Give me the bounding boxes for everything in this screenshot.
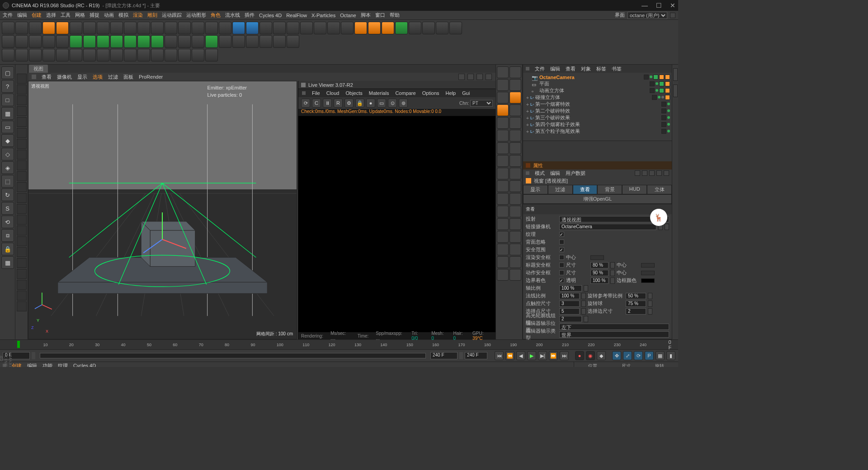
- vp-menu-ProRender[interactable]: ProRender: [139, 74, 163, 80]
- mat-tab-功能[interactable]: 功能: [42, 362, 52, 367]
- dot-icon[interactable]: [667, 130, 670, 132]
- subtool-button[interactable]: [17, 247, 27, 257]
- color-swatch[interactable]: [641, 278, 655, 283]
- vp-nav-icon[interactable]: [476, 74, 483, 80]
- toolbar-button[interactable]: [110, 22, 123, 34]
- grip-icon[interactable]: [673, 85, 678, 97]
- mode-button[interactable]: ↻: [1, 188, 14, 201]
- lv-render-view[interactable]: [298, 116, 495, 332]
- tree-row[interactable]: +L◦第二个破碎特效: [523, 108, 672, 114]
- palette-button[interactable]: [497, 142, 509, 154]
- palette-button[interactable]: [497, 117, 509, 129]
- toolbar-button[interactable]: [137, 49, 150, 61]
- toolbar-button[interactable]: [409, 22, 421, 34]
- tag-icon[interactable]: [665, 75, 670, 80]
- palette-button[interactable]: [497, 92, 509, 103]
- toolbar-button[interactable]: [178, 35, 191, 48]
- toolbar-button[interactable]: [273, 22, 286, 34]
- vis-icon[interactable]: [661, 108, 666, 113]
- vp-nav-icon[interactable]: [486, 74, 492, 80]
- menu-RealFlow[interactable]: RealFlow: [286, 13, 307, 18]
- lv-menu-Compare[interactable]: Compare: [395, 90, 415, 96]
- lv-tool-button[interactable]: ⊚: [399, 99, 408, 108]
- expand-icon[interactable]: +: [525, 115, 530, 121]
- subtool-button[interactable]: [17, 204, 27, 214]
- toolbar-button[interactable]: [395, 22, 408, 34]
- tag-icon[interactable]: [659, 81, 664, 86]
- palette-button[interactable]: [497, 155, 509, 167]
- menu-文件[interactable]: 文件: [3, 12, 13, 19]
- toolbar-button[interactable]: [124, 49, 137, 61]
- toolbar-button[interactable]: [110, 49, 123, 61]
- toolbar-button[interactable]: [15, 22, 28, 34]
- vis-icon[interactable]: [661, 102, 666, 107]
- menu-网格[interactable]: 网格: [75, 12, 85, 19]
- attr-nav-icon[interactable]: [656, 170, 662, 176]
- palette-button[interactable]: [497, 66, 509, 78]
- lv-tool-button[interactable]: R: [334, 99, 343, 108]
- menu-插件[interactable]: 插件: [245, 12, 255, 19]
- palette-button[interactable]: [497, 256, 509, 268]
- subtool-button[interactable]: [17, 139, 27, 149]
- palette-button[interactable]: [497, 218, 509, 230]
- tree-row[interactable]: +L◦第三个破碎效果: [523, 114, 672, 121]
- rot-toggle[interactable]: ⟳: [634, 351, 643, 360]
- obj-tab-查看[interactable]: 查看: [566, 66, 576, 72]
- toolbar-button[interactable]: [97, 49, 109, 61]
- prop-dropdown[interactable]: 左下: [559, 324, 669, 330]
- goto-start-button[interactable]: ⏮: [495, 351, 504, 360]
- toolbar-button[interactable]: [205, 35, 218, 48]
- lv-menu-Help[interactable]: Help: [446, 90, 456, 96]
- toolbar-button[interactable]: [137, 22, 150, 34]
- palette-button[interactable]: [509, 130, 521, 141]
- goto-end-button[interactable]: ⏭: [560, 351, 569, 360]
- vp-nav-icon[interactable]: [467, 74, 474, 80]
- attr-tab-增强OpenGL[interactable]: 增强OpenGL: [523, 194, 672, 204]
- prop-checkbox[interactable]: [559, 247, 564, 252]
- attr-nav-icon[interactable]: [649, 170, 655, 176]
- subtool-button[interactable]: [17, 128, 27, 138]
- menu-编辑[interactable]: 编辑: [17, 12, 27, 19]
- toolbar-button[interactable]: [287, 35, 299, 48]
- palette-button[interactable]: [509, 117, 521, 129]
- toolbar-button[interactable]: [273, 35, 286, 48]
- toolbar-button[interactable]: [314, 22, 326, 34]
- spinner-icon[interactable]: [584, 316, 588, 322]
- subtool-button[interactable]: [17, 85, 27, 94]
- scale-toggle[interactable]: ⤢: [623, 351, 632, 360]
- mat-tab-创建[interactable]: 创建: [12, 362, 22, 367]
- menu-捕捉[interactable]: 捕捉: [90, 12, 99, 19]
- toolbar-button[interactable]: [83, 22, 96, 34]
- autokey-button[interactable]: ◉: [586, 351, 595, 360]
- menu-Octane[interactable]: Octane: [340, 13, 356, 18]
- lv-tool-button[interactable]: ●: [366, 99, 375, 108]
- toolbar-button[interactable]: [259, 35, 272, 48]
- toolbar-button[interactable]: [83, 49, 96, 61]
- frame-max-field[interactable]: 240 F: [465, 352, 487, 359]
- subtool-button[interactable]: [17, 74, 27, 84]
- toolbar-button[interactable]: [29, 35, 42, 48]
- lv-menu-Objects[interactable]: Objects: [345, 90, 362, 96]
- record-button[interactable]: ●: [575, 351, 584, 360]
- prop-field[interactable]: OctaneCamera: [559, 224, 656, 230]
- subtool-button[interactable]: [17, 291, 27, 301]
- key-button[interactable]: ◆: [597, 351, 606, 360]
- menu-流水线[interactable]: 流水线: [225, 12, 240, 19]
- toolbar-button[interactable]: [97, 35, 109, 48]
- toolbar-button[interactable]: [436, 22, 448, 34]
- toolbar-button[interactable]: [29, 49, 42, 61]
- vis-icon[interactable]: [644, 75, 649, 80]
- maximize-button[interactable]: ☐: [656, 2, 662, 9]
- tree-row[interactable]: ▭平面: [523, 80, 672, 87]
- toolbar-button[interactable]: [83, 35, 96, 48]
- toolbar-button[interactable]: [42, 35, 55, 48]
- swatch-icon[interactable]: [641, 271, 655, 275]
- toolbar-button[interactable]: [165, 49, 177, 61]
- toolbar-button[interactable]: [178, 49, 191, 61]
- toolbar-button[interactable]: [70, 49, 82, 61]
- toolbar-button[interactable]: [219, 22, 231, 34]
- prop-checkbox[interactable]: [559, 255, 564, 260]
- attr-menu-模式[interactable]: 模式: [535, 170, 545, 177]
- toolbar-button[interactable]: [70, 22, 82, 34]
- spinner-icon[interactable]: [648, 301, 652, 307]
